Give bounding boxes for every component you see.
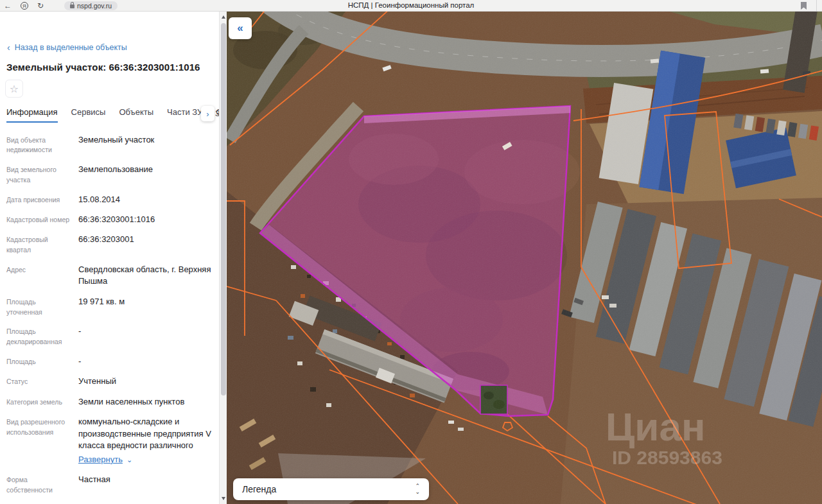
field-label: Категория земель: [6, 396, 73, 408]
star-icon: ☆: [10, 83, 19, 95]
field-row: АдресСвердловская область, г. Верхняя Пы…: [6, 259, 216, 291]
chevron-double-left-icon: «: [237, 22, 243, 35]
scrollbar-thumb[interactable]: [221, 23, 226, 395]
expand-link[interactable]: Развернуть: [78, 454, 123, 465]
map-canvas[interactable]: Циан ID 28593863 « Легенда ⌃⌄: [227, 12, 822, 504]
page-tab-title: НСПД | Геоинформационный портал: [0, 1, 822, 9]
tab-overflow-button[interactable]: ›: [201, 106, 214, 121]
panel-collapse-button[interactable]: «: [229, 17, 252, 39]
field-row: Категория земельЗемли населенных пунктов: [6, 392, 216, 412]
back-link[interactable]: ‹ Назад в выделенные объекты: [7, 43, 127, 52]
field-row: СтатусУчтенный: [6, 372, 216, 392]
field-value: 19 971 кв. м: [78, 296, 216, 318]
field-row: Вид разрешенного использованиякоммунальн…: [6, 412, 216, 470]
field-label: Вид объекта недвижимости: [6, 134, 73, 156]
chevron-left-icon: ‹: [7, 43, 10, 52]
back-link-label: Назад в выделенные объекты: [15, 43, 127, 52]
field-label: Дата присвоения: [6, 194, 73, 205]
field-row: Кадастровый номер66:36:3203001:1016: [6, 209, 216, 229]
field-label: Кадастровый номер: [6, 214, 73, 225]
field-row: Вид объекта недвижимостиЗемельный участо…: [6, 130, 216, 160]
field-label: Статус: [6, 376, 73, 387]
scroll-up-icon[interactable]: [222, 15, 225, 19]
field-value: Учтенный: [78, 376, 216, 387]
tab-Информация[interactable]: Информация: [6, 107, 58, 123]
field-label: Вид земельного участка: [6, 164, 73, 186]
field-label: Форма собственности: [6, 474, 73, 496]
field-value: Земли населенных пунктов: [78, 396, 216, 408]
fields: Вид объекта недвижимостиЗемельный участо…: [6, 130, 216, 504]
scroll-down-icon[interactable]: [222, 497, 225, 500]
field-value: коммунально-складские и производственные…: [78, 416, 216, 465]
field-value: Частная: [78, 474, 216, 496]
field-value: 66:36:3203001:1016: [78, 214, 216, 225]
field-row: Кадастровый квартал66:36:3203001: [6, 230, 216, 260]
field-row: Форма собственностиЧастная: [6, 469, 216, 500]
field-label: Площадь уточненная: [6, 296, 73, 318]
field-value: Землепользование: [78, 164, 216, 186]
bar-divider: [816, 0, 817, 12]
field-label: Кадастровый квартал: [6, 234, 73, 256]
legend-label: Легенда: [242, 484, 415, 494]
tabs: ИнформацияСервисыОбъектыЧасти ЗУСост: [6, 107, 219, 123]
field-label: Площадь: [6, 356, 73, 367]
browser-bar: ← Я ↻ nspd.gov.ru НСПД | Геоинформационн…: [0, 0, 822, 12]
field-row: Кадастровая стоимость20 050 684,29 руб.: [6, 500, 216, 504]
field-row: Площадь декларированная-: [6, 322, 216, 352]
panel-scrollbar[interactable]: [219, 12, 227, 504]
field-label: Адрес: [6, 264, 73, 288]
chevron-right-icon: ›: [206, 109, 209, 119]
field-value: Земельный участок: [78, 134, 216, 156]
satellite-scene: Циан ID 28593863: [227, 12, 822, 504]
field-value: 66:36:3203001: [78, 234, 216, 256]
watermark-id: ID 28593863: [612, 447, 722, 468]
field-row: Площадь уточненная19 971 кв. м: [6, 291, 216, 322]
field-row: Дата присвоения15.08.2014: [6, 189, 216, 209]
field-row: Площадь-: [6, 351, 216, 371]
chevron-down-icon: ⌄: [127, 455, 132, 465]
field-value: Свердловская область, г. Верхняя Пышма: [78, 264, 216, 288]
field-label: Площадь декларированная: [6, 326, 73, 347]
page-title: Земельный участок: 66:36:3203001:1016: [6, 62, 200, 73]
field-row: Вид земельного участкаЗемлепользование: [6, 160, 216, 190]
info-panel: ‹ Назад в выделенные объекты Земельный у…: [0, 12, 219, 504]
unfold-more-icon: ⌃⌄: [415, 484, 420, 494]
watermark-brand: Циан: [606, 404, 705, 449]
field-label: Вид разрешенного использования: [6, 416, 73, 465]
screen: ← Я ↻ nspd.gov.ru НСПД | Геоинформационн…: [0, 0, 822, 504]
legend-toggle[interactable]: Легенда ⌃⌄: [233, 478, 429, 500]
field-value: 15.08.2014: [78, 194, 216, 205]
tab-Объекты[interactable]: Объекты: [119, 107, 153, 123]
favorite-button[interactable]: ☆: [5, 80, 23, 98]
field-value: -: [78, 326, 216, 347]
field-value: -: [78, 356, 216, 367]
tab-Сервисы[interactable]: Сервисы: [71, 107, 106, 123]
tab-Части ЗУ[interactable]: Части ЗУ: [167, 107, 202, 123]
